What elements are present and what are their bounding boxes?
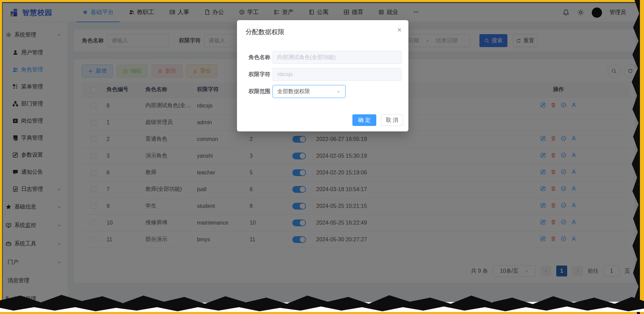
dialog-scope-select[interactable]: 全部数据权限 xyxy=(272,85,346,98)
dialog-role-name-input[interactable]: 内部测试角色(全部功能) xyxy=(272,51,402,64)
confirm-button[interactable]: 确 定 xyxy=(352,114,376,126)
dialog-perm-input[interactable]: nbcsjs xyxy=(272,68,402,81)
dialog-scope-label: 权限范围 xyxy=(249,88,270,95)
assign-permission-dialog: 分配数据权限 × 角色名称 内部测试角色(全部功能) 权限字符 nbcsjs 权… xyxy=(237,20,408,131)
dialog-perm-label: 权限字符 xyxy=(249,71,270,78)
chevron-down-icon xyxy=(336,89,341,94)
decorative-frame: 智慧校园 基础平台 教职工 人事 xyxy=(0,0,644,314)
cancel-button[interactable]: 取 消 xyxy=(381,114,403,126)
dialog-role-name-label: 角色名称 xyxy=(249,54,270,61)
close-icon[interactable]: × xyxy=(397,26,402,34)
dialog-title: 分配数据权限 xyxy=(246,28,284,37)
app-screen: 智慧校园 基础平台 教职工 人事 xyxy=(2,2,640,311)
